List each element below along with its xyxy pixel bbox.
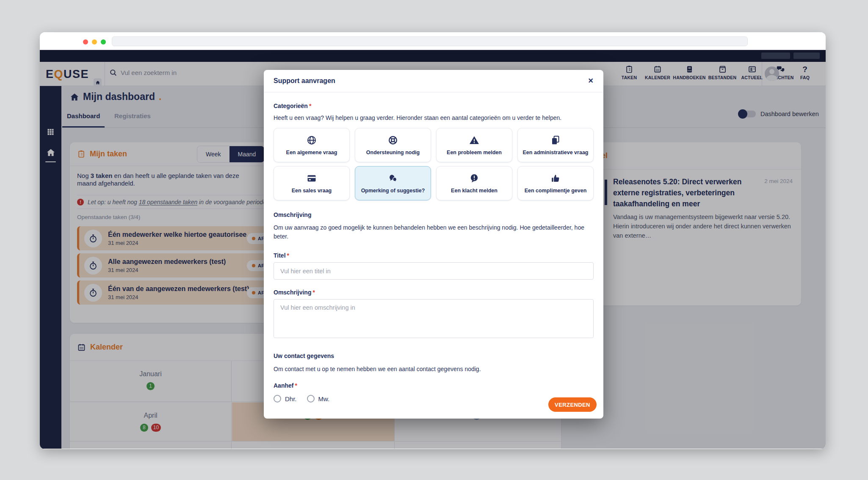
close-icon[interactable]: ✕ bbox=[588, 78, 594, 84]
warning-triangle-icon bbox=[469, 135, 480, 146]
category-opmerking-suggestie[interactable]: Opmerking of suggestie? bbox=[355, 166, 431, 200]
description-heading: Omschrijving bbox=[274, 211, 594, 218]
category-grid: Een algemene vraag Ondersteuning nodig E… bbox=[274, 128, 594, 200]
category-label: Een administratieve vraag bbox=[520, 150, 591, 155]
category-sales-vraag[interactable]: Een sales vraag bbox=[274, 166, 350, 200]
category-label: Ondersteuning nodig bbox=[364, 150, 422, 155]
globe-icon bbox=[307, 135, 317, 146]
category-label: Een algemene vraag bbox=[284, 150, 340, 155]
minimize-window-button[interactable] bbox=[92, 39, 97, 44]
description-help-text: Om uw aanvraag zo goed mogelijk te kunne… bbox=[274, 223, 594, 241]
category-label: Een complimentje geven bbox=[522, 188, 589, 194]
zoom-window-button[interactable] bbox=[101, 39, 106, 44]
credit-card-icon bbox=[306, 173, 317, 184]
required-mark: * bbox=[312, 289, 315, 296]
categories-help-text: Heeft u een vraag? Wij helpen u graag ve… bbox=[274, 114, 594, 121]
support-modal: Support aanvragen ✕ Categorieën* Heeft u… bbox=[264, 70, 603, 419]
title-field-label: Titel* bbox=[274, 252, 594, 259]
required-mark: * bbox=[295, 382, 297, 389]
category-label: Een probleem melden bbox=[444, 150, 504, 155]
contact-help-text: Om contact met u op te nemen hebben we e… bbox=[274, 365, 594, 374]
chat-bubbles-icon bbox=[387, 173, 398, 184]
submit-button[interactable]: VERZENDEN bbox=[548, 397, 597, 412]
description-textarea[interactable] bbox=[274, 299, 594, 338]
modal-footer: VERZENDEN bbox=[264, 397, 603, 412]
category-label: Een sales vraag bbox=[289, 188, 334, 194]
url-bar[interactable] bbox=[112, 36, 748, 46]
thumbs-up-icon bbox=[550, 173, 561, 184]
category-ondersteuning[interactable]: Ondersteuning nodig bbox=[355, 128, 431, 162]
salutation-label: Aanhef* bbox=[274, 382, 594, 389]
categories-label: Categorieën* bbox=[274, 92, 594, 109]
required-mark: * bbox=[309, 103, 311, 109]
exclamation-bubble-icon bbox=[469, 173, 479, 184]
category-complimentje-geven[interactable]: Een complimentje geven bbox=[517, 166, 594, 200]
modal-header: Support aanvragen ✕ bbox=[264, 70, 603, 92]
modal-body: Categorieën* Heeft u een vraag? Wij help… bbox=[264, 92, 603, 419]
category-administratieve-vraag[interactable]: Een administratieve vraag bbox=[517, 128, 594, 162]
description-field-label: Omschrijving* bbox=[274, 289, 594, 296]
category-klacht-melden[interactable]: Een klacht melden bbox=[436, 166, 512, 200]
copy-pages-icon bbox=[550, 135, 561, 146]
life-ring-icon bbox=[388, 135, 398, 146]
contact-heading: Uw contact gegevens bbox=[274, 352, 594, 359]
close-window-button[interactable] bbox=[83, 39, 88, 44]
modal-title: Support aanvragen bbox=[274, 77, 335, 85]
title-input[interactable] bbox=[274, 262, 594, 280]
browser-chrome bbox=[40, 32, 826, 50]
required-mark: * bbox=[287, 252, 289, 259]
category-probleem-melden[interactable]: Een probleem melden bbox=[436, 128, 512, 162]
category-algemene-vraag[interactable]: Een algemene vraag bbox=[274, 128, 350, 162]
category-label: Een klacht melden bbox=[448, 188, 500, 194]
category-label: Opmerking of suggestie? bbox=[359, 188, 428, 194]
